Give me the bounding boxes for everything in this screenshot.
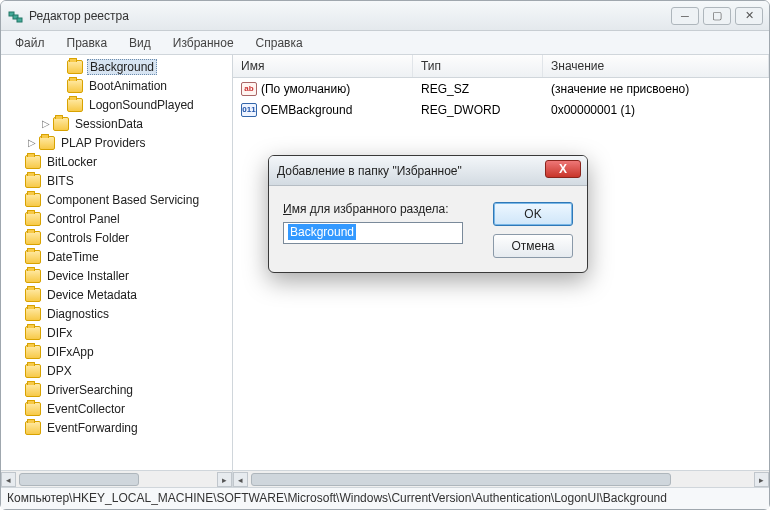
col-value[interactable]: Значение <box>543 55 769 77</box>
value-row[interactable]: 011OEMBackgroundREG_DWORD0x00000001 (1) <box>233 99 769 120</box>
folder-icon <box>25 193 41 207</box>
folder-icon <box>67 98 83 112</box>
tree-item-label: EventCollector <box>45 402 127 416</box>
folder-icon <box>25 174 41 188</box>
tree-item[interactable]: Device Installer <box>1 266 232 285</box>
menu-file[interactable]: Файл <box>5 33 55 53</box>
value-data: 0x00000001 (1) <box>543 103 769 117</box>
tree-item[interactable]: ▷SessionData <box>1 114 232 133</box>
menu-help[interactable]: Справка <box>246 33 313 53</box>
value-name: OEMBackground <box>261 103 352 117</box>
close-button[interactable]: ✕ <box>735 7 763 25</box>
folder-icon <box>25 326 41 340</box>
list-header[interactable]: Имя Тип Значение <box>233 55 769 78</box>
scroll-thumb[interactable] <box>251 473 671 486</box>
tree-item[interactable]: DPX <box>1 361 232 380</box>
tree-item[interactable]: Control Panel <box>1 209 232 228</box>
favorite-name-label: Имя для избранного раздела: <box>283 202 479 216</box>
ok-button[interactable]: OK <box>493 202 573 226</box>
list-h-scrollbar[interactable]: ◂ ▸ <box>233 470 769 487</box>
folder-icon <box>53 117 69 131</box>
tree-item[interactable]: Controls Folder <box>1 228 232 247</box>
folder-icon <box>25 364 41 378</box>
folder-icon <box>25 231 41 245</box>
value-name: (По умолчанию) <box>261 82 350 96</box>
folder-icon <box>25 250 41 264</box>
expand-icon[interactable]: ▷ <box>25 137 39 148</box>
tree-item[interactable]: DateTime <box>1 247 232 266</box>
string-icon: ab <box>241 82 257 96</box>
tree-item-label: BitLocker <box>45 155 99 169</box>
scroll-right-icon[interactable]: ▸ <box>217 472 232 487</box>
tree-item-label: DIFxApp <box>45 345 96 359</box>
tree-item-label: Diagnostics <box>45 307 111 321</box>
menu-view[interactable]: Вид <box>119 33 161 53</box>
scroll-right-icon[interactable]: ▸ <box>754 472 769 487</box>
dialog-close-button[interactable]: X <box>545 160 581 178</box>
favorite-name-input[interactable]: Background <box>283 222 463 244</box>
tree-item[interactable]: EventForwarding <box>1 418 232 437</box>
menu-favorites[interactable]: Избранное <box>163 33 244 53</box>
add-favorite-dialog: Добавление в папку "Избранное" X Имя для… <box>268 155 588 273</box>
tree-item[interactable]: LogonSoundPlayed <box>1 95 232 114</box>
folder-icon <box>25 212 41 226</box>
tree-item[interactable]: Diagnostics <box>1 304 232 323</box>
scroll-left-icon[interactable]: ◂ <box>233 472 248 487</box>
tree-item[interactable]: DIFx <box>1 323 232 342</box>
values-list[interactable]: ab(По умолчанию)REG_SZ(значение не присв… <box>233 78 769 470</box>
tree-item[interactable]: DriverSearching <box>1 380 232 399</box>
tree-item-label: Component Based Servicing <box>45 193 201 207</box>
folder-icon <box>25 421 41 435</box>
folder-icon <box>39 136 55 150</box>
col-name[interactable]: Имя <box>233 55 413 77</box>
tree-item-label: DPX <box>45 364 74 378</box>
minimize-button[interactable]: ─ <box>671 7 699 25</box>
tree-item[interactable]: DIFxApp <box>1 342 232 361</box>
tree-item[interactable]: BootAnimation <box>1 76 232 95</box>
value-data: (значение не присвоено) <box>543 82 769 96</box>
folder-icon <box>67 79 83 93</box>
tree-item[interactable]: Background <box>1 57 232 76</box>
scroll-left-icon[interactable]: ◂ <box>1 472 16 487</box>
tree-item[interactable]: Device Metadata <box>1 285 232 304</box>
tree-item-label: Background <box>87 59 157 75</box>
tree-item-label: BootAnimation <box>87 79 169 93</box>
status-path: Компьютер\HKEY_LOCAL_MACHINE\SOFTWARE\Mi… <box>7 491 667 505</box>
folder-icon <box>25 155 41 169</box>
tree-item[interactable]: EventCollector <box>1 399 232 418</box>
tree-item-label: LogonSoundPlayed <box>87 98 196 112</box>
dialog-titlebar[interactable]: Добавление в папку "Избранное" X <box>269 156 587 186</box>
tree-item[interactable]: Component Based Servicing <box>1 190 232 209</box>
tree-item-label: Device Metadata <box>45 288 139 302</box>
folder-icon <box>67 60 83 74</box>
folder-icon <box>25 269 41 283</box>
tree-item[interactable]: BitLocker <box>1 152 232 171</box>
value-row[interactable]: ab(По умолчанию)REG_SZ(значение не присв… <box>233 78 769 99</box>
registry-tree[interactable]: BackgroundBootAnimationLogonSoundPlayed▷… <box>1 55 232 470</box>
value-type: REG_DWORD <box>413 103 543 117</box>
tree-item-label: DriverSearching <box>45 383 135 397</box>
tree-item-label: DateTime <box>45 250 101 264</box>
tree-item-label: Device Installer <box>45 269 131 283</box>
tree-h-scrollbar[interactable]: ◂ ▸ <box>1 470 232 487</box>
folder-icon <box>25 383 41 397</box>
maximize-button[interactable]: ▢ <box>703 7 731 25</box>
tree-item-label: BITS <box>45 174 76 188</box>
value-type: REG_SZ <box>413 82 543 96</box>
tree-item-label: Controls Folder <box>45 231 131 245</box>
titlebar[interactable]: Редактор реестра ─ ▢ ✕ <box>1 1 769 31</box>
dword-icon: 011 <box>241 103 257 117</box>
menu-edit[interactable]: Правка <box>57 33 118 53</box>
tree-item[interactable]: ▷PLAP Providers <box>1 133 232 152</box>
svg-rect-2 <box>17 18 22 22</box>
folder-icon <box>25 307 41 321</box>
app-icon <box>7 8 23 24</box>
expand-icon[interactable]: ▷ <box>39 118 53 129</box>
tree-item[interactable]: BITS <box>1 171 232 190</box>
tree-item-label: DIFx <box>45 326 74 340</box>
cancel-button[interactable]: Отмена <box>493 234 573 258</box>
scroll-thumb[interactable] <box>19 473 139 486</box>
col-type[interactable]: Тип <box>413 55 543 77</box>
dialog-title: Добавление в папку "Избранное" <box>277 164 462 178</box>
tree-item-label: Control Panel <box>45 212 122 226</box>
